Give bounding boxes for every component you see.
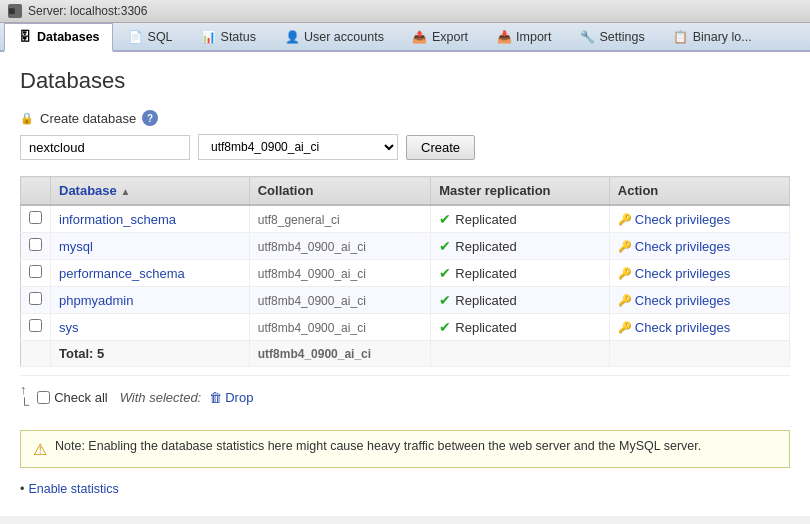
nav-tabs: 🗄 Databases 📄 SQL 📊 Status 👤 User accoun… [0,23,810,52]
total-action-cell [609,341,789,367]
table-row: mysql utf8mb4_0900_ai_ci ✔ Replicated 🔑 … [21,233,790,260]
total-checkbox-cell [21,341,51,367]
check-all-area[interactable]: Check all [37,390,107,405]
tab-sql-label: SQL [148,30,173,44]
action-link-information_schema[interactable]: 🔑 Check privileges [618,212,781,227]
tab-export-label: Export [432,30,468,44]
action-label-mysql: Check privileges [635,239,730,254]
drop-link[interactable]: 🗑 Drop [209,390,253,405]
cell-collation-information_schema: utf8_general_ci [249,205,431,233]
action-label-information_schema: Check privileges [635,212,730,227]
action-link-phpmyadmin[interactable]: 🔑 Check privileges [618,293,781,308]
sql-icon: 📄 [128,30,144,44]
cell-database-mysql: mysql [51,233,250,260]
cell-collation-performance_schema: utf8mb4_0900_ai_ci [249,260,431,287]
action-label-phpmyadmin: Check privileges [635,293,730,308]
cell-action-mysql: 🔑 Check privileges [609,233,789,260]
row-checkbox-information_schema[interactable] [21,205,51,233]
enable-statistics-link[interactable]: Enable statistics [20,482,790,496]
warning-banner: ⚠ Note: Enabling the database statistics… [20,430,790,468]
row-checkbox-mysql[interactable] [21,233,51,260]
action-icon-sys: 🔑 [618,321,632,334]
help-icon[interactable]: ? [142,110,158,126]
tab-binary-log[interactable]: 📋 Binary lo... [660,23,765,50]
title-bar: ■ Server: localhost:3306 [0,0,810,23]
check-all-checkbox[interactable] [37,391,50,404]
cell-action-sys: 🔑 Check privileges [609,314,789,341]
db-name-input[interactable] [20,135,190,160]
collation-value-sys: utf8mb4_0900_ai_ci [258,321,366,335]
replicated-cell-performance_schema: ✔ Replicated [439,265,601,281]
with-selected-label: With selected: [120,390,202,405]
cell-replication-mysql: ✔ Replicated [431,233,610,260]
header-checkbox [21,177,51,206]
tab-import[interactable]: 📥 Import [483,23,564,50]
db-link-performance_schema[interactable]: performance_schema [59,266,185,281]
row-checkbox-performance_schema[interactable] [21,260,51,287]
tab-databases[interactable]: 🗄 Databases [4,23,113,52]
checkbox-phpmyadmin[interactable] [29,292,42,305]
collation-select[interactable]: utf8mb4_0900_ai_ci utf8_general_ci latin… [198,134,398,160]
action-link-sys[interactable]: 🔑 Check privileges [618,320,781,335]
action-icon-mysql: 🔑 [618,240,632,253]
sort-database[interactable]: Database ▲ [59,183,130,198]
drop-label: Drop [225,390,253,405]
check-icon-phpmyadmin: ✔ [439,292,451,308]
action-link-mysql[interactable]: 🔑 Check privileges [618,239,781,254]
db-link-phpmyadmin[interactable]: phpmyadmin [59,293,133,308]
collation-value-performance_schema: utf8mb4_0900_ai_ci [258,267,366,281]
collation-value-mysql: utf8mb4_0900_ai_ci [258,240,366,254]
enable-stats-section: Enable statistics [20,478,790,500]
create-label: 🔒 Create database ? [20,110,790,126]
total-row: Total: 5 utf8mb4_0900_ai_ci [21,341,790,367]
replicated-cell-mysql: ✔ Replicated [439,238,601,254]
db-link-sys[interactable]: sys [59,320,79,335]
row-checkbox-phpmyadmin[interactable] [21,287,51,314]
binary-log-icon: 📋 [673,30,689,44]
tab-settings[interactable]: 🔧 Settings [566,23,657,50]
tab-user-accounts[interactable]: 👤 User accounts [271,23,397,50]
cell-replication-performance_schema: ✔ Replicated [431,260,610,287]
tab-settings-label: Settings [599,30,644,44]
header-master-replication: Master replication [431,177,610,206]
replicated-cell-information_schema: ✔ Replicated [439,211,601,227]
checkbox-sys[interactable] [29,319,42,332]
header-database[interactable]: Database ▲ [51,177,250,206]
main-content: Databases 🔒 Create database ? utf8mb4_09… [0,52,810,516]
tab-export[interactable]: 📤 Export [399,23,481,50]
table-row: sys utf8mb4_0900_ai_ci ✔ Replicated 🔑 Ch… [21,314,790,341]
action-icon-phpmyadmin: 🔑 [618,294,632,307]
warning-icon: ⚠ [33,440,47,459]
create-database-label: Create database [40,111,136,126]
cell-collation-mysql: utf8mb4_0900_ai_ci [249,233,431,260]
cell-replication-sys: ✔ Replicated [431,314,610,341]
create-button[interactable]: Create [406,135,475,160]
checkbox-mysql[interactable] [29,238,42,251]
action-icon-information_schema: 🔑 [618,213,632,226]
create-controls: utf8mb4_0900_ai_ci utf8_general_ci latin… [20,134,790,160]
replicated-cell-phpmyadmin: ✔ Replicated [439,292,601,308]
import-icon: 📥 [496,30,512,44]
tab-binary-log-label: Binary lo... [693,30,752,44]
table-row: information_schema utf8_general_ci ✔ Rep… [21,205,790,233]
export-icon: 📤 [412,30,428,44]
cell-collation-phpmyadmin: utf8mb4_0900_ai_ci [249,287,431,314]
tab-import-label: Import [516,30,551,44]
title-bar-icon: ■ [8,4,22,18]
cell-database-sys: sys [51,314,250,341]
action-link-performance_schema[interactable]: 🔑 Check privileges [618,266,781,281]
db-link-mysql[interactable]: mysql [59,239,93,254]
total-replication-cell [431,341,610,367]
tab-status[interactable]: 📊 Status [188,23,269,50]
databases-icon: 🗄 [17,30,33,44]
cell-database-phpmyadmin: phpmyadmin [51,287,250,314]
tab-sql[interactable]: 📄 SQL [115,23,186,50]
settings-icon: 🔧 [579,30,595,44]
row-checkbox-sys[interactable] [21,314,51,341]
checkbox-performance_schema[interactable] [29,265,42,278]
checkbox-information_schema[interactable] [29,211,42,224]
status-icon: 📊 [201,30,217,44]
check-icon-sys: ✔ [439,319,451,335]
page-title: Databases [20,68,790,94]
db-link-information_schema[interactable]: information_schema [59,212,176,227]
